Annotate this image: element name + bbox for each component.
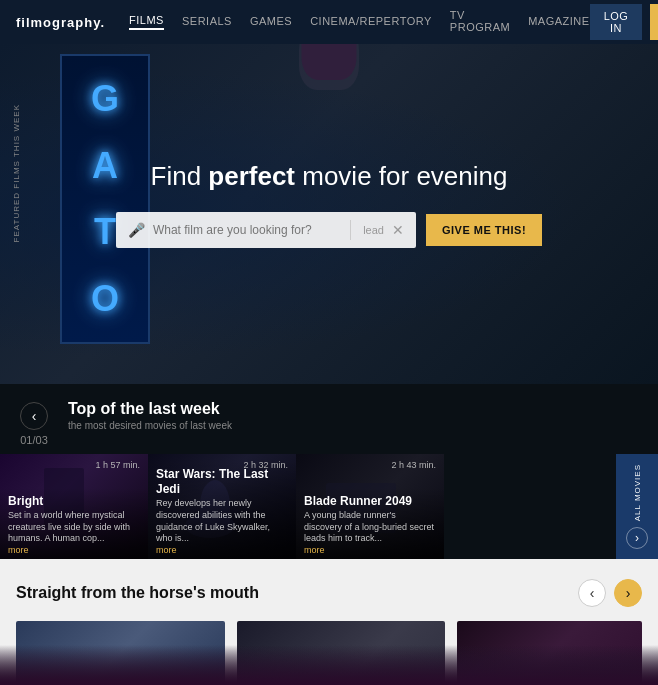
movies-strip-wrapper: 1 h 57 min. Bright Set in a world where … — [0, 454, 658, 559]
articles-section-title: Straight from the horse's mouth — [16, 584, 259, 602]
movie-more-bladerunner[interactable]: more — [304, 545, 436, 555]
movie-more-jedi[interactable]: more — [156, 545, 288, 555]
nav-link-serials[interactable]: SERIALS — [182, 15, 232, 29]
hero-content: Find perfect movie for evening 🎤 lead ✕ … — [116, 161, 542, 248]
article-card-willsmith[interactable]: READ ARTICLE Will Smith's Net Disgusted … — [457, 621, 642, 685]
top-week-nav: ‹ 01/03 — [20, 400, 48, 446]
articles-nav: ‹ › — [578, 579, 642, 607]
movie-more-bright[interactable]: more — [8, 545, 140, 555]
login-button[interactable]: LOG IN — [590, 4, 643, 40]
movie-overlay-bladerunner: Blade Runner 2049 A young blade runner's… — [296, 488, 444, 559]
top-week-section: ‹ 01/03 Top of the last week the most de… — [0, 384, 658, 559]
sign-letter-t: T — [94, 214, 116, 250]
nav-auth: LOG IN REGISTER — [590, 4, 658, 40]
nav-links: FILMS SERIALS GAMES CINEMA/REPERTORY TV … — [129, 9, 590, 35]
nav-link-games[interactable]: GAMES — [250, 15, 292, 29]
nav-link-tv[interactable]: TV PROGRAM — [450, 9, 510, 35]
navigation: filmography. FILMS SERIALS GAMES CINEMA/… — [0, 0, 658, 44]
slide-prev-button[interactable]: ‹ — [20, 402, 48, 430]
movie-desc-bright: Set in a world where mystical creatures … — [8, 510, 140, 545]
movie-overlay-bright: Bright Set in a world where mystical cre… — [0, 488, 148, 559]
nav-logo: filmography. — [16, 15, 105, 30]
top-week-title: Top of the last week — [68, 400, 232, 418]
movie-card-bright[interactable]: 1 h 57 min. Bright Set in a world where … — [0, 454, 148, 559]
articles-next-button[interactable]: › — [614, 579, 642, 607]
search-tag: lead — [363, 224, 384, 236]
all-movies-button[interactable]: ALL MOVIES › — [616, 454, 658, 559]
movie-overlay-jedi: Star Wars: The Last Jedi Rey develops he… — [148, 461, 296, 559]
top-week-header: ‹ 01/03 Top of the last week the most de… — [0, 384, 658, 454]
search-close-icon[interactable]: ✕ — [392, 222, 404, 238]
top-week-subtitle: the most desired movies of last week — [68, 420, 232, 431]
featured-label: FEATURED FILMS THIS WEEK — [12, 104, 21, 242]
movie-desc-jedi: Rey develops her newly discovered abilit… — [156, 498, 288, 545]
hero-title: Find perfect movie for evening — [116, 161, 542, 192]
movies-strip: 1 h 57 min. Bright Set in a world where … — [0, 454, 658, 559]
movie-title-bladerunner: Blade Runner 2049 — [304, 494, 436, 508]
slide-counter: 01/03 — [20, 434, 48, 446]
search-divider — [350, 220, 351, 240]
register-button[interactable]: REGISTER — [650, 4, 658, 40]
movie-duration-bladerunner: 2 h 43 min. — [391, 460, 436, 470]
hero-search-box: 🎤 lead ✕ — [116, 212, 416, 248]
sign-letter-o: O — [91, 281, 119, 317]
all-movies-spacer — [444, 454, 486, 559]
slide-current: 01 — [20, 434, 32, 446]
movie-card-jedi[interactable]: 2 h 32 min. Star Wars: The Last Jedi Rey… — [148, 454, 296, 559]
slide-total: 03 — [36, 434, 48, 446]
top-week-title-block: Top of the last week the most desired mo… — [68, 400, 232, 431]
movie-title-jedi: Star Wars: The Last Jedi — [156, 467, 288, 496]
hero-title-bold: perfect — [208, 161, 295, 191]
give-me-button[interactable]: GIVE ME THIS! — [426, 214, 542, 246]
all-movies-label: ALL MOVIES — [633, 464, 642, 521]
hero-section: FEATURED FILMS THIS WEEK G A T O Find pe… — [0, 44, 658, 384]
articles-row: READ ARTICLE Blade Runner 2049' VFX reel… — [16, 621, 642, 685]
movie-duration-bright: 1 h 57 min. — [95, 460, 140, 470]
hero-search-row: 🎤 lead ✕ GIVE ME THIS! — [116, 212, 542, 248]
nav-link-cinema[interactable]: CINEMA/REPERTORY — [310, 15, 432, 29]
movie-card-bladerunner[interactable]: 2 h 43 min. Blade Runner 2049 A young bl… — [296, 454, 444, 559]
articles-section: Straight from the horse's mouth ‹ › READ… — [0, 559, 658, 685]
nav-link-films[interactable]: FILMS — [129, 14, 164, 30]
search-input[interactable] — [153, 223, 338, 237]
nav-link-magazine[interactable]: MAGAZINE — [528, 15, 589, 29]
all-movies-arrow-icon: › — [626, 527, 648, 549]
movie-desc-bladerunner: A young blade runner's discovery of a lo… — [304, 510, 436, 545]
sign-letter-a: A — [92, 148, 118, 184]
article-img-willsmith — [457, 621, 642, 685]
sign-letter-g: G — [91, 81, 119, 117]
movie-title-bright: Bright — [8, 494, 140, 508]
articles-prev-button[interactable]: ‹ — [578, 579, 606, 607]
mic-icon: 🎤 — [128, 222, 145, 238]
articles-header: Straight from the horse's mouth ‹ › — [16, 579, 642, 607]
hero-title-part1: Find — [151, 161, 209, 191]
hero-title-part2: movie for evening — [295, 161, 507, 191]
